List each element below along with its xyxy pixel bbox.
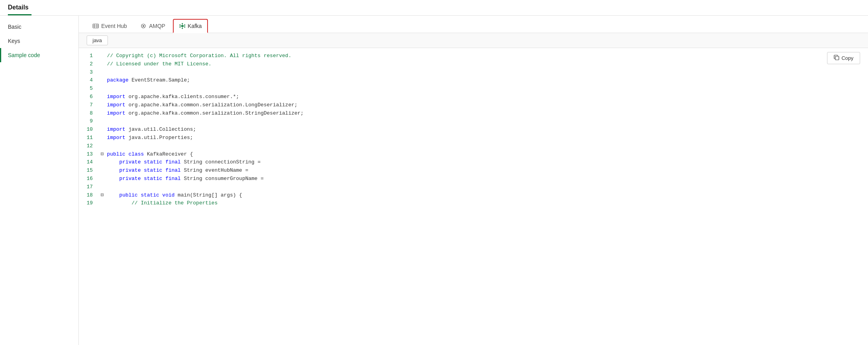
tab-kafka-label: Kafka: [188, 23, 202, 29]
svg-point-6: [181, 25, 183, 27]
page-title: Details: [8, 4, 860, 11]
code-area: Copy 1 // Copyright (c) Microsoft Corpor…: [79, 48, 868, 345]
svg-point-9: [179, 24, 180, 26]
page-container: Details Basic Keys Sample code: [0, 0, 868, 345]
table-row: 7 import org.apache.kafka.common.seriali…: [79, 101, 868, 109]
tab-amqp-label: AMQP: [149, 23, 165, 29]
sidebar-item-basic[interactable]: Basic: [0, 20, 78, 34]
svg-line-15: [180, 25, 182, 26]
svg-line-16: [183, 26, 184, 27]
kafka-icon: [179, 23, 185, 29]
amqp-icon: [140, 23, 147, 29]
tab-event-hub[interactable]: Event Hub: [87, 19, 133, 33]
table-row: 17: [79, 183, 868, 191]
svg-line-18: [183, 25, 184, 26]
sidebar-item-keys-label: Keys: [8, 38, 20, 44]
header: Details: [0, 0, 868, 16]
table-row: 4 package EventStream.Sample;: [79, 76, 868, 85]
sidebar-item-sample-code-label: Sample code: [8, 52, 40, 58]
svg-line-17: [180, 26, 182, 27]
table-row: 9: [79, 117, 868, 126]
svg-point-11: [179, 26, 180, 28]
copy-button[interactable]: Copy: [827, 52, 860, 64]
copy-button-container: Copy: [827, 52, 860, 64]
code-table: 1 // Copyright (c) Microsoft Corporation…: [79, 52, 868, 208]
table-row: 6 import org.apache.kafka.clients.consum…: [79, 93, 868, 101]
table-row: 2 // Licensed under the MIT License.: [79, 60, 868, 69]
tab-bar: Event Hub AMQP: [79, 16, 868, 33]
table-row: 15 private static final String eventHubN…: [79, 167, 868, 175]
copy-icon: [834, 55, 839, 61]
svg-rect-19: [835, 56, 839, 60]
sidebar-item-sample-code[interactable]: Sample code: [0, 48, 78, 62]
svg-point-8: [182, 28, 183, 29]
table-row: 5: [79, 85, 868, 93]
table-row: 13 ⊟ public class KafkaReceiver {: [79, 150, 868, 159]
tab-kafka[interactable]: Kafka: [173, 19, 208, 33]
sidebar-item-keys[interactable]: Keys: [0, 34, 78, 48]
table-row: 10 import java.util.Collections;: [79, 126, 868, 134]
event-hub-icon: [93, 23, 99, 29]
table-row: 12: [79, 142, 868, 150]
copy-button-label: Copy: [842, 55, 853, 61]
tab-amqp[interactable]: AMQP: [134, 19, 171, 33]
svg-point-7: [182, 23, 183, 24]
sidebar: Basic Keys Sample code: [0, 16, 79, 345]
table-row: 19 // Initialize the Properties: [79, 199, 868, 208]
table-row: 14 private static final String connectio…: [79, 158, 868, 167]
table-row: 18 ⊟ public static void main(String[] ar…: [79, 191, 868, 200]
lang-tab-java[interactable]: java: [87, 35, 108, 45]
main-layout: Basic Keys Sample code: [0, 16, 868, 345]
svg-point-10: [184, 24, 185, 26]
title-underline: [8, 14, 32, 15]
svg-point-12: [184, 26, 185, 28]
lang-tab-bar: java: [79, 33, 868, 48]
table-row: 11 import java.util.Properties;: [79, 134, 868, 142]
table-row: 3: [79, 69, 868, 77]
sidebar-item-basic-label: Basic: [8, 24, 21, 30]
table-row: 1 // Copyright (c) Microsoft Corporation…: [79, 52, 868, 60]
table-row: 16 private static final String consumerG…: [79, 175, 868, 183]
table-row: 8 import org.apache.kafka.common.seriali…: [79, 109, 868, 118]
content-area: Event Hub AMQP: [79, 16, 868, 345]
svg-point-5: [143, 25, 144, 27]
tab-event-hub-label: Event Hub: [101, 23, 127, 29]
